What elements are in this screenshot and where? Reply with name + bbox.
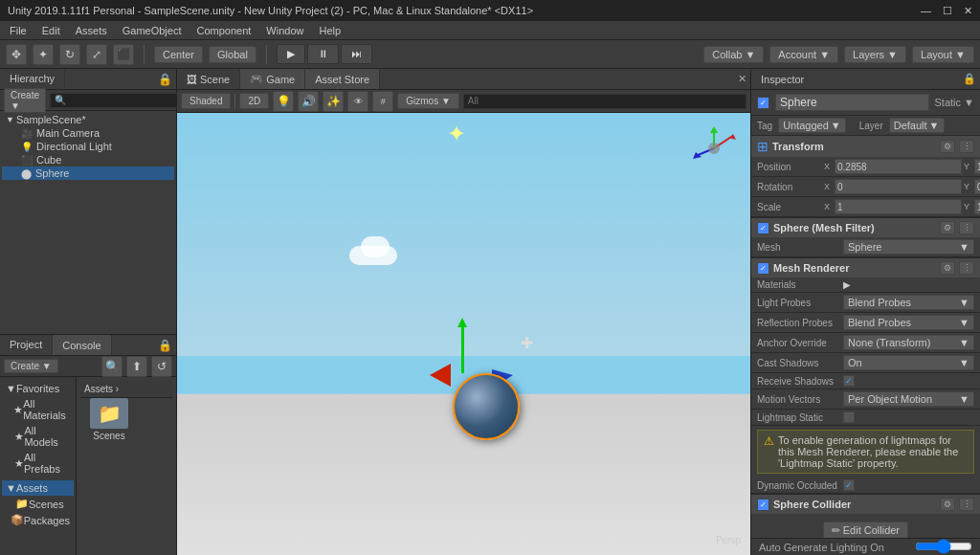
pause-btn[interactable]: ⏸ xyxy=(307,44,339,64)
project-create-btn[interactable]: Create ▼ xyxy=(4,359,58,373)
account-btn[interactable]: Account ▼ xyxy=(769,46,838,63)
scale-tool-btn[interactable]: ⤢ xyxy=(86,44,107,65)
mesh-value-dropdown[interactable]: Sphere ▼ xyxy=(843,239,974,255)
shading-dropdown[interactable]: Shaded xyxy=(181,93,231,109)
project-refresh-btn[interactable]: ↺ xyxy=(151,356,172,377)
layer-dropdown[interactable]: Default ▼ xyxy=(889,118,945,133)
favorites-header[interactable]: ▼ Favorites xyxy=(2,381,74,396)
static-label[interactable]: Static ▼ xyxy=(935,97,974,108)
pos-x-input[interactable] xyxy=(835,159,962,174)
hierarchy-lock-icon[interactable]: 🔒 xyxy=(158,73,172,86)
scene-light-btn[interactable]: 💡 xyxy=(273,91,294,112)
assets-header[interactable]: ▼ Assets xyxy=(2,480,74,496)
menu-edit[interactable]: Edit xyxy=(36,23,66,38)
project-lock-icon[interactable]: 🔒 xyxy=(158,339,172,352)
scene-grid-btn[interactable]: # xyxy=(372,91,393,112)
scene-hidden-btn[interactable]: 👁 xyxy=(347,91,368,112)
project-search-btn[interactable]: 🔍 xyxy=(101,356,122,377)
hierarchy-search[interactable] xyxy=(50,93,181,108)
sphere-collider-header[interactable]: Sphere Collider ⚙ ⋮ xyxy=(751,495,980,514)
hierarchy-item-sphere[interactable]: ⬤ Sphere xyxy=(2,166,174,180)
lightmap-static-checkbox[interactable] xyxy=(843,411,855,423)
all-prefabs-item[interactable]: ★ All Prefabs xyxy=(2,450,74,477)
layers-btn[interactable]: Layers ▼ xyxy=(844,46,906,63)
edit-collider-btn[interactable]: ✏ Edit Collider xyxy=(823,522,908,538)
titlebar-controls[interactable]: — ☐ ✕ xyxy=(921,5,972,17)
pos-y-input[interactable] xyxy=(974,159,980,174)
anchor-override-dropdown[interactable]: None (Transform) ▼ xyxy=(843,335,974,350)
gizmos-btn[interactable]: Gizmos ▼ xyxy=(397,93,459,109)
mesh-renderer-enabled[interactable] xyxy=(757,262,769,275)
asset-store-tab[interactable]: Asset Store xyxy=(305,69,380,89)
axis-gizmo[interactable] xyxy=(688,122,741,175)
maximize-btn[interactable]: ☐ xyxy=(943,5,952,17)
mesh-renderer-header[interactable]: Mesh Renderer ⚙ ⋮ xyxy=(751,258,980,278)
2d-btn[interactable]: 2D xyxy=(239,93,269,109)
footer-slider[interactable] xyxy=(915,539,972,554)
motion-vectors-dropdown[interactable]: Per Object Motion ▼ xyxy=(843,391,974,407)
mesh-renderer-overflow[interactable]: ⋮ xyxy=(959,261,974,275)
transform-overflow-btn[interactable]: ⋮ xyxy=(959,140,974,153)
sphere-collider-enabled[interactable] xyxy=(757,499,769,511)
sphere-mesh[interactable] xyxy=(453,373,520,440)
hierarchy-item-light[interactable]: 💡 Directional Light xyxy=(2,140,174,153)
sphere-collider-settings[interactable]: ⚙ xyxy=(940,498,955,511)
console-tab[interactable]: Console xyxy=(53,335,111,355)
scenes-item[interactable]: 📁 Scenes xyxy=(2,496,74,512)
hierarchy-tab[interactable]: Hierarchy xyxy=(0,69,65,89)
hierarchy-item-cube[interactable]: ⬛ Cube xyxy=(2,153,174,166)
scene-tab[interactable]: 🖼 Scene xyxy=(177,69,240,89)
scene-fx-btn[interactable]: ✨ xyxy=(323,91,344,112)
project-tab[interactable]: Project xyxy=(0,335,53,355)
light-probes-dropdown[interactable]: Blend Probes ▼ xyxy=(843,295,974,310)
transform-settings-btn[interactable]: ⚙ xyxy=(940,140,955,153)
inspector-tab[interactable]: Inspector xyxy=(751,69,813,89)
all-models-item[interactable]: ★ All Models xyxy=(2,423,74,450)
object-enabled-checkbox[interactable] xyxy=(757,97,769,109)
rect-tool-btn[interactable]: ⬛ xyxy=(113,44,134,65)
game-tab[interactable]: 🎮 Game xyxy=(240,69,305,89)
sphere-collider-overflow[interactable]: ⋮ xyxy=(959,498,974,511)
scale-x-input[interactable] xyxy=(835,199,962,214)
hand-tool-btn[interactable]: ✥ xyxy=(6,44,27,65)
mesh-renderer-settings[interactable]: ⚙ xyxy=(940,261,955,275)
mesh-filter-settings[interactable]: ⚙ xyxy=(940,221,955,234)
scene-search[interactable] xyxy=(463,94,746,109)
tag-dropdown[interactable]: Untagged ▼ xyxy=(778,118,846,133)
rot-x-input[interactable] xyxy=(835,179,962,194)
cast-shadows-dropdown[interactable]: On ▼ xyxy=(843,355,974,370)
dynamic-occluded-checkbox[interactable] xyxy=(843,479,855,491)
menu-component[interactable]: Component xyxy=(190,23,256,38)
reflection-probes-dropdown[interactable]: Blend Probes ▼ xyxy=(843,315,974,330)
space-btn[interactable]: Global xyxy=(209,46,256,63)
object-name-input[interactable]: Sphere xyxy=(775,94,929,111)
project-folder-btn[interactable]: ⬆ xyxy=(126,356,147,377)
play-btn[interactable]: ▶ xyxy=(277,44,305,64)
rot-y-input[interactable] xyxy=(974,179,980,194)
mesh-filter-overflow[interactable]: ⋮ xyxy=(959,221,974,234)
move-tool-btn[interactable]: ✦ xyxy=(33,44,54,65)
rotate-tool-btn[interactable]: ↻ xyxy=(59,44,80,65)
close-btn[interactable]: ✕ xyxy=(964,5,972,17)
scenes-folder[interactable]: 📁 Scenes xyxy=(80,398,138,441)
mesh-filter-header[interactable]: Sphere (Mesh Filter) ⚙ ⋮ xyxy=(751,218,980,237)
receive-shadows-checkbox[interactable] xyxy=(843,375,855,387)
hierarchy-scene[interactable]: ▼ SampleScene* xyxy=(2,113,174,126)
breadcrumb-text[interactable]: Assets › xyxy=(84,384,119,394)
collab-btn[interactable]: Collab ▼ xyxy=(703,46,764,63)
transform-header[interactable]: ⊞ Transform ⚙ ⋮ xyxy=(751,136,980,157)
packages-item[interactable]: 📦 Packages xyxy=(2,512,74,528)
menu-window[interactable]: Window xyxy=(260,23,309,38)
scene-audio-btn[interactable]: 🔊 xyxy=(298,91,319,112)
mesh-filter-enabled[interactable] xyxy=(757,222,769,234)
all-materials-item[interactable]: ★ All Materials xyxy=(2,396,74,423)
step-btn[interactable]: ⏭ xyxy=(341,44,372,64)
menu-file[interactable]: File xyxy=(4,23,33,38)
scale-y-input[interactable] xyxy=(974,199,980,214)
pivot-btn[interactable]: Center xyxy=(154,46,203,63)
menu-assets[interactable]: Assets xyxy=(70,23,113,38)
menu-gameobject[interactable]: GameObject xyxy=(117,23,188,38)
layout-btn[interactable]: Layout ▼ xyxy=(912,46,974,63)
minimize-btn[interactable]: — xyxy=(921,5,931,17)
menu-help[interactable]: Help xyxy=(313,23,346,38)
